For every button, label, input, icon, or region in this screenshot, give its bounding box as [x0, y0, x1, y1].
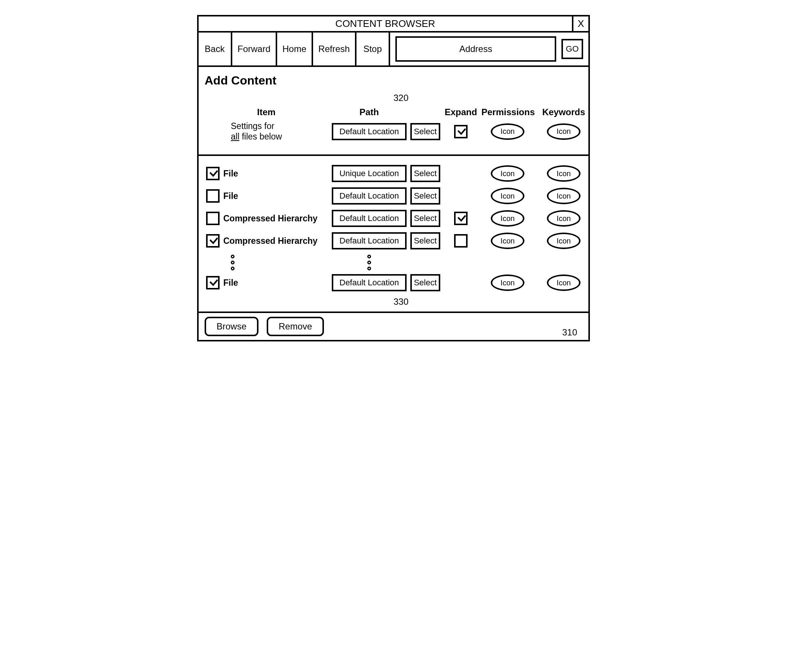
home-button[interactable]: Home: [277, 33, 313, 65]
row-expand-empty: [444, 283, 478, 283]
stop-button[interactable]: Stop: [357, 33, 390, 65]
table-row: Compressed Hierarchy Default Location Se…: [205, 232, 582, 249]
row-item: File: [205, 167, 328, 180]
settings-keywords-icon[interactable]: Icon: [547, 123, 580, 140]
row-select-button[interactable]: Select: [410, 232, 440, 249]
col-item: Item: [205, 107, 328, 117]
col-keywords: Keywords: [537, 107, 590, 117]
table-row: File Default Location Select Icon Icon: [205, 187, 582, 205]
row-permissions-icon[interactable]: Icon: [491, 274, 525, 291]
row-item: File: [205, 189, 328, 203]
remove-button[interactable]: Remove: [267, 317, 324, 336]
row-checkbox[interactable]: [206, 167, 220, 180]
row-select-button[interactable]: Select: [410, 274, 440, 291]
col-permissions: Permissions: [481, 107, 534, 117]
section-mid: File Unique Location Select Icon Icon Fi…: [199, 156, 588, 313]
go-button[interactable]: GO: [561, 39, 583, 59]
refresh-button[interactable]: Refresh: [313, 33, 357, 65]
row-label: Compressed Hierarchy: [223, 213, 318, 224]
vdots-icon: [205, 255, 328, 270]
settings-suffix: files below: [239, 132, 282, 141]
vdots-icon: [332, 255, 406, 270]
row-label: File: [223, 278, 238, 288]
ref-num-330: 330: [205, 297, 582, 307]
row-item: Compressed Hierarchy: [205, 211, 328, 225]
row-expand-checkbox[interactable]: [454, 234, 468, 248]
row-expand-empty: [444, 196, 478, 196]
settings-label: Settings for all files below: [205, 121, 328, 142]
row-keywords-icon[interactable]: Icon: [547, 233, 580, 249]
back-button[interactable]: Back: [199, 33, 232, 65]
address-input[interactable]: Address: [395, 36, 556, 62]
section-top: Add Content 320 Item Path Expand Permiss…: [199, 67, 588, 156]
row-path[interactable]: Default Location: [332, 232, 406, 249]
address-area: Address GO: [390, 33, 588, 65]
row-checkbox[interactable]: [206, 276, 220, 289]
row-keywords-icon[interactable]: Icon: [547, 274, 580, 291]
row-expand-empty: [444, 174, 478, 174]
page-heading: Add Content: [205, 74, 582, 87]
settings-permissions-icon[interactable]: Icon: [491, 123, 525, 140]
close-button[interactable]: X: [572, 16, 588, 31]
row-item: File: [205, 276, 328, 289]
row-expand-checkbox[interactable]: [454, 211, 468, 225]
settings-path[interactable]: Default Location: [332, 123, 406, 140]
settings-select-button[interactable]: Select: [410, 123, 440, 140]
row-path[interactable]: Default Location: [332, 187, 406, 205]
row-select-button[interactable]: Select: [410, 210, 440, 227]
table-row: File Default Location Select Icon Icon: [205, 274, 582, 291]
col-expand: Expand: [444, 107, 478, 117]
window-title: CONTENT BROWSER: [199, 16, 572, 31]
row-keywords-icon[interactable]: Icon: [547, 188, 580, 204]
ref-num-320: 320: [205, 93, 582, 103]
row-permissions-icon[interactable]: Icon: [491, 233, 525, 249]
settings-underline: all: [231, 132, 239, 141]
row-permissions-icon[interactable]: Icon: [491, 165, 525, 182]
window: CONTENT BROWSER X Back Forward Home Refr…: [197, 15, 590, 341]
settings-line1: Settings for: [231, 121, 274, 131]
row-path[interactable]: Default Location: [332, 210, 406, 227]
row-permissions-icon[interactable]: Icon: [491, 188, 525, 204]
settings-expand-checkbox[interactable]: [454, 125, 468, 138]
ref-num-310: 310: [562, 327, 577, 338]
row-checkbox[interactable]: [206, 211, 220, 225]
row-select-button[interactable]: Select: [410, 165, 440, 182]
row-item: Compressed Hierarchy: [205, 234, 328, 248]
row-keywords-icon[interactable]: Icon: [547, 210, 580, 227]
row-checkbox[interactable]: [206, 189, 220, 203]
row-permissions-icon[interactable]: Icon: [491, 210, 525, 227]
ellipsis-row: [205, 255, 582, 270]
row-label: Compressed Hierarchy: [223, 236, 318, 246]
table-row: File Unique Location Select Icon Icon: [205, 165, 582, 182]
row-path[interactable]: Unique Location: [332, 165, 406, 182]
forward-button[interactable]: Forward: [232, 33, 277, 65]
column-headers: Item Path Expand Permissions Keywords: [205, 107, 582, 117]
settings-row: Settings for all files below Default Loc…: [205, 121, 582, 142]
toolbar: Back Forward Home Refresh Stop Address G…: [199, 33, 588, 67]
col-select-spacer: [410, 112, 440, 112]
titlebar: CONTENT BROWSER X: [199, 16, 588, 33]
row-label: File: [223, 169, 238, 179]
row-select-button[interactable]: Select: [410, 187, 440, 205]
row-checkbox[interactable]: [206, 234, 220, 248]
row-label: File: [223, 191, 238, 201]
col-path: Path: [332, 107, 406, 117]
footer: Browse Remove 310: [199, 313, 588, 340]
row-path[interactable]: Default Location: [332, 274, 406, 291]
table-row: Compressed Hierarchy Default Location Se…: [205, 210, 582, 227]
browse-button[interactable]: Browse: [205, 317, 258, 336]
row-keywords-icon[interactable]: Icon: [547, 165, 580, 182]
